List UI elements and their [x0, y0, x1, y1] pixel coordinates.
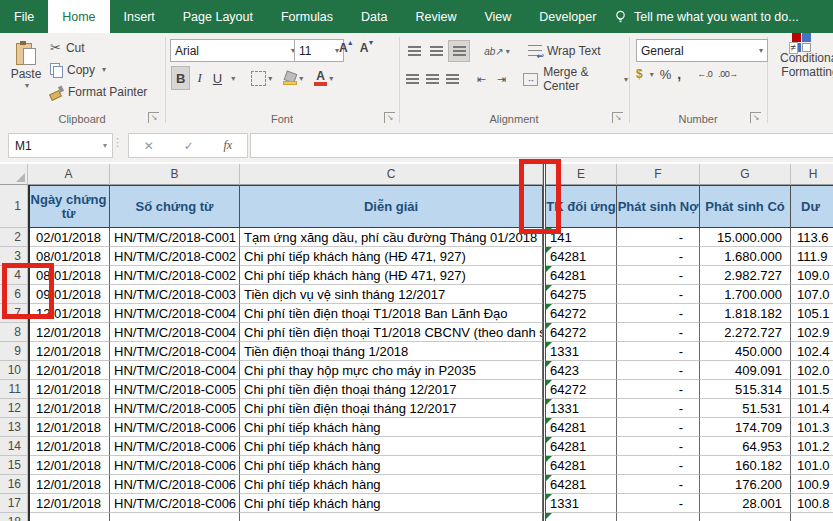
cell-E16[interactable]: 64281 — [546, 475, 617, 494]
cell-F11[interactable]: - — [617, 380, 700, 399]
row-header-17[interactable]: 17 — [0, 494, 28, 513]
increase-indent-button[interactable]: ⇥ — [492, 69, 510, 89]
cell-G7[interactable]: 1.818.182 — [700, 304, 791, 323]
cell-E18[interactable] — [546, 513, 617, 521]
paste-button[interactable]: Paste ▾ — [4, 37, 48, 112]
copy-button[interactable]: Copy ▾ — [50, 62, 147, 77]
cell-F18[interactable] — [617, 513, 700, 521]
cell-E8[interactable]: 64272 — [546, 323, 617, 342]
cell-H3[interactable]: 111.9 — [791, 247, 833, 266]
row-header-1[interactable]: 1 — [0, 185, 28, 228]
orientation-button[interactable]: ab↗▾ — [482, 41, 512, 61]
cell-F3[interactable]: - — [617, 247, 700, 266]
italic-button[interactable]: I — [193, 67, 205, 89]
cell-H8[interactable]: 102.9 — [791, 323, 833, 342]
underline-button[interactable]: U — [209, 67, 226, 89]
row-header-10[interactable]: 10 — [0, 361, 28, 380]
cell-E6[interactable]: 64275 — [546, 285, 617, 304]
clipboard-dialog-launcher[interactable]: ↘ — [148, 112, 159, 123]
cell-F13[interactable]: - — [617, 418, 700, 437]
tell-me-box[interactable]: Tell me what you want to do... — [614, 0, 799, 33]
cell-B6[interactable]: HN/TM/C/2018-C003 — [110, 285, 240, 304]
cell-C18[interactable] — [240, 513, 543, 521]
align-right-button[interactable] — [444, 69, 462, 89]
cell-H7[interactable]: 105.1 — [791, 304, 833, 323]
cell-F8[interactable]: - — [617, 323, 700, 342]
cell-G1[interactable]: Phát sinh Có — [700, 185, 791, 228]
cell-G11[interactable]: 515.314 — [700, 380, 791, 399]
cell-H4[interactable]: 109.0 — [791, 266, 833, 285]
cell-B2[interactable]: HN/TM/C/2018-C001 — [110, 228, 240, 247]
cell-E12[interactable]: 1331 — [546, 399, 617, 418]
cell-B8[interactable]: HN/TM/C/2018-C004 — [110, 323, 240, 342]
cell-C9[interactable]: Tiền điện thoại tháng 1/2018 — [240, 342, 543, 361]
row-header-15[interactable]: 15 — [0, 456, 28, 475]
enter-button[interactable]: ✓ — [184, 139, 194, 153]
cell-F9[interactable]: - — [617, 342, 700, 361]
cell-G12[interactable]: 51.531 — [700, 399, 791, 418]
top-align-button[interactable] — [404, 41, 424, 61]
tab-review[interactable]: Review — [401, 0, 470, 33]
cell-C3[interactable]: Chi phí tiếp khách hàng (HĐ 471, 927) — [240, 247, 543, 266]
cell-C11[interactable]: Chi phí tiền điện thoại tháng 12/2017 — [240, 380, 543, 399]
cell-B3[interactable]: HN/TM/C/2018-C002 — [110, 247, 240, 266]
cell-H2[interactable]: 113.6 — [791, 228, 833, 247]
tab-file[interactable]: File — [0, 0, 48, 33]
cell-E9[interactable]: 1331 — [546, 342, 617, 361]
formula-input[interactable] — [250, 133, 833, 158]
cell-B9[interactable]: HN/TM/C/2018-C004 — [110, 342, 240, 361]
cell-F7[interactable]: - — [617, 304, 700, 323]
row-header-11[interactable]: 11 — [0, 380, 28, 399]
cell-F16[interactable]: - — [617, 475, 700, 494]
cell-G18[interactable] — [700, 513, 791, 521]
cell-G2[interactable]: 15.000.000 — [700, 228, 791, 247]
format-painter-button[interactable]: Format Painter — [50, 84, 147, 99]
cell-A17[interactable]: 12/01/2018 — [28, 494, 110, 513]
cell-C16[interactable]: Chi phí tiếp khách hàng — [240, 475, 543, 494]
cell-B17[interactable]: HN/TM/C/2018-C006 — [110, 494, 240, 513]
font-dialog-launcher[interactable]: ↘ — [384, 112, 395, 123]
cell-B15[interactable]: HN/TM/C/2018-C006 — [110, 456, 240, 475]
cell-F17[interactable]: - — [617, 494, 700, 513]
cell-F2[interactable]: - — [617, 228, 700, 247]
cell-H12[interactable]: 101.4 — [791, 399, 833, 418]
fill-color-button[interactable]: ▾ — [279, 67, 307, 89]
formula-bar-handle[interactable]: ⋮ — [112, 136, 124, 149]
cell-H10[interactable]: 102.0 — [791, 361, 833, 380]
number-format-combo[interactable]: General ▾ — [636, 39, 768, 62]
cell-H1[interactable]: Dư — [791, 185, 833, 228]
merge-center-button[interactable]: ↔ Merge & Center ▾ — [523, 72, 628, 87]
align-left-button[interactable] — [404, 69, 422, 89]
borders-button[interactable]: ▾ — [247, 67, 276, 89]
cell-G14[interactable]: 64.953 — [700, 437, 791, 456]
cell-H15[interactable]: 101.0 — [791, 456, 833, 475]
wrap-text-button[interactable]: Wrap Text — [528, 44, 601, 59]
increase-decimal-button[interactable]: ←.0 — [697, 69, 712, 79]
cell-H17[interactable]: 100.8 — [791, 494, 833, 513]
cell-C13[interactable]: Chi phí tiếp khách hàng — [240, 418, 543, 437]
cell-F12[interactable]: - — [617, 399, 700, 418]
tab-insert[interactable]: Insert — [110, 0, 169, 33]
cell-C15[interactable]: Chi phí tiếp khách hàng — [240, 456, 543, 475]
cell-H16[interactable]: 100.9 — [791, 475, 833, 494]
accounting-format-button[interactable]: $▾ — [636, 67, 654, 82]
cell-G9[interactable]: 450.000 — [700, 342, 791, 361]
cell-B4[interactable]: HN/TM/C/2018-C002 — [110, 266, 240, 285]
cell-F1[interactable]: Phát sinh Nợ — [617, 185, 700, 228]
row-header-16[interactable]: 16 — [0, 475, 28, 494]
insert-function-button[interactable]: fx — [223, 138, 232, 153]
cell-E4[interactable]: 64281 — [546, 266, 617, 285]
column-header-F[interactable]: F — [617, 164, 700, 185]
row-header-8[interactable]: 8 — [0, 323, 28, 342]
cell-C17[interactable]: Chi phí tiếp khách hàng — [240, 494, 543, 513]
cell-E15[interactable]: 64281 — [546, 456, 617, 475]
tab-page-layout[interactable]: Page Layout — [169, 0, 267, 33]
cell-A11[interactable]: 12/01/2018 — [28, 380, 110, 399]
cell-A16[interactable]: 12/01/2018 — [28, 475, 110, 494]
font-size-combo[interactable]: 11 ▾ — [294, 39, 344, 62]
column-header-B[interactable]: B — [110, 164, 240, 185]
cell-H11[interactable]: 101.5 — [791, 380, 833, 399]
cell-G6[interactable]: 1.700.000 — [700, 285, 791, 304]
row-header-2[interactable]: 2 — [0, 228, 28, 247]
tab-formulas[interactable]: Formulas — [267, 0, 347, 33]
